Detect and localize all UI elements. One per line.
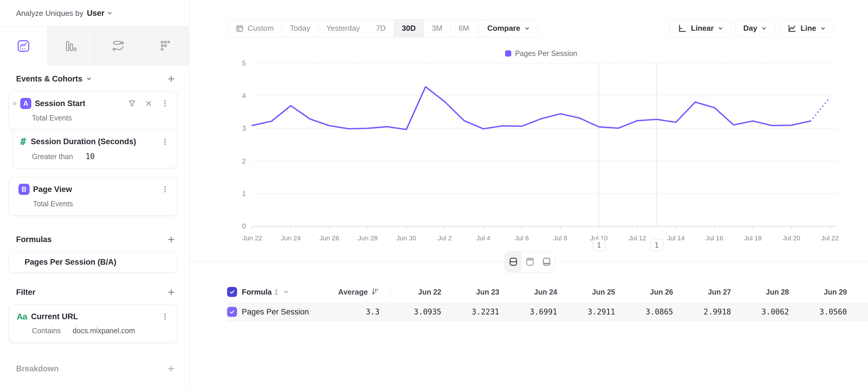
range-label: 3M [432,24,442,33]
event-card-page-view[interactable]: B Page View Total Events [9,177,177,216]
chevron-down-icon [107,10,113,16]
table-cell-value: 3.0935 [390,307,448,316]
formula-name: Pages Per Session (B/A) [25,258,117,267]
event-name[interactable]: Session Start [35,99,86,108]
range-button-yesterday[interactable]: Yesterday [318,20,368,37]
add-event-button[interactable] [165,73,177,85]
tab-insights[interactable] [0,27,48,65]
tab-retention[interactable] [142,27,189,65]
x-axis-tick-label: Jul 16 [706,234,723,242]
chevron-down-icon [820,26,826,31]
average-value: 3.3 [366,307,379,316]
formula-card[interactable]: Pages Per Session (B/A) [9,252,177,272]
kebab-menu-icon[interactable] [160,98,170,109]
analyze-by-dropdown[interactable]: User [87,9,113,18]
y-axis-tick-label: 1 [242,190,246,198]
y-axis-tick-label: 0 [242,222,246,230]
x-axis-tick-label: Jul 22 [821,234,839,242]
table-group-label: Formula [242,287,272,296]
table-cell-value: 3.2231 [448,307,506,316]
line-chart-icon [787,24,797,33]
date-column-header[interactable]: Jun 24 [506,288,564,296]
x-axis-tick-label: Jul 2 [438,234,452,242]
range-label: 6M [459,24,469,33]
event-measurement[interactable]: Total Events [33,195,177,215]
condition-operator[interactable]: Greater than [32,152,73,161]
date-range-segmented-control: CustomTodayYesterday7D30D3M6M12M [227,19,508,37]
range-button-3m[interactable]: 3M [424,20,451,37]
property-name[interactable]: Session Duration (Seconds) [31,137,136,146]
layout-table-only-icon[interactable] [538,251,555,272]
add-breakdown-button[interactable] [165,363,177,374]
range-label: 7D [376,24,386,33]
x-axis-tick-label: Jul 14 [667,234,685,242]
property-card-session-duration[interactable]: # Session Duration (Seconds) Greater tha… [13,129,177,168]
filter-operator[interactable]: Contains [32,327,61,335]
date-column-header[interactable]: Jun 27 [680,288,738,296]
x-axis-tick-label: Jun 28 [358,234,378,242]
kebab-menu-icon[interactable] [160,137,170,147]
line-chart[interactable]: 012345Jun 22Jun 24Jun 26Jun 28Jun 30Jul … [189,47,868,258]
table-row[interactable]: Pages Per Session 3.3 3.09353.22313.6991… [227,302,868,322]
x-axis-tick-label: Jul 8 [553,234,567,242]
report-canvas: CustomTodayYesterday7D30D3M6M12M Compare… [189,0,868,391]
series-line[interactable] [252,87,811,130]
range-button-30d[interactable]: 30D [394,20,424,37]
add-formula-button[interactable] [165,233,177,245]
event-name[interactable]: Page View [33,185,72,194]
average-column-header[interactable]: Average [338,287,368,297]
date-column-header[interactable]: Jun 25 [564,288,622,296]
date-column-header[interactable]: Jun 23 [448,288,506,296]
kebab-menu-icon[interactable] [160,311,170,322]
x-axis-tick-label: Jun 26 [319,234,339,242]
series-line-projected [811,97,830,121]
layout-chart-only-icon[interactable] [522,251,538,272]
sort-descending-icon[interactable] [371,287,379,296]
x-axis-tick-label: Jul 20 [782,234,800,242]
filter-funnel-icon[interactable] [126,98,137,109]
scale-dropdown[interactable]: Linear [669,19,731,37]
insights-line-chart-icon [17,39,30,53]
condition-value[interactable]: 10 [86,152,95,161]
filter-property-name[interactable]: Current URL [31,312,78,321]
compare-label: Compare [487,24,520,33]
event-measurement[interactable]: Total Events [32,109,177,129]
select-all-checkbox[interactable] [227,287,237,297]
range-button-7d[interactable]: 7D [368,20,394,37]
event-card-session-start[interactable]: A Session Start Total Events [9,91,177,130]
interval-dropdown[interactable]: Day [736,19,775,37]
results-table: Formula1 Average Jun 22Jun 23Jun 24Jun 2… [227,282,868,322]
close-icon[interactable] [144,98,154,109]
tab-flows[interactable] [95,27,142,65]
formulas-section-header: Formulas [9,233,177,245]
chart-type-dropdown[interactable]: Line [779,19,834,37]
layout-split-icon[interactable] [505,251,522,272]
analyze-by-value: User [87,9,104,18]
x-axis-tick-label: Jul 18 [744,234,762,242]
flows-icon [111,39,125,53]
filter-value[interactable]: docs.mixpanel.com [72,327,135,335]
chevron-down-icon [718,26,723,31]
chevron-down-icon[interactable] [86,76,92,82]
retention-dots-icon [159,39,173,53]
chevron-down-icon [524,26,530,31]
date-column-header[interactable]: Jun 26 [622,288,680,296]
tab-funnels[interactable] [48,27,95,65]
x-axis-tick-label: Jun 24 [281,234,301,242]
table-cell-value: 3.0865 [622,307,680,316]
table-cell-value: 3.0560 [796,307,854,316]
chevron-down-icon[interactable] [283,289,289,295]
date-column-header[interactable]: Jun 29 [796,288,854,296]
range-button-custom[interactable]: Custom [227,20,282,37]
kebab-menu-icon[interactable] [160,184,170,195]
filter-card-current-url[interactable]: Aa Current URL Contains docs.mixpanel.co… [9,305,177,342]
compare-button[interactable]: Compare [479,19,538,37]
row-checkbox[interactable] [227,307,237,317]
drag-handle-icon[interactable] [12,101,18,106]
add-filter-button[interactable] [165,286,177,298]
date-column-header[interactable]: Jun 28 [738,288,796,296]
date-column-header[interactable]: Jun 22 [390,288,448,296]
range-button-6m[interactable]: 6M [451,20,477,37]
filter-section-title: Filter [16,288,35,297]
range-button-today[interactable]: Today [282,20,318,37]
